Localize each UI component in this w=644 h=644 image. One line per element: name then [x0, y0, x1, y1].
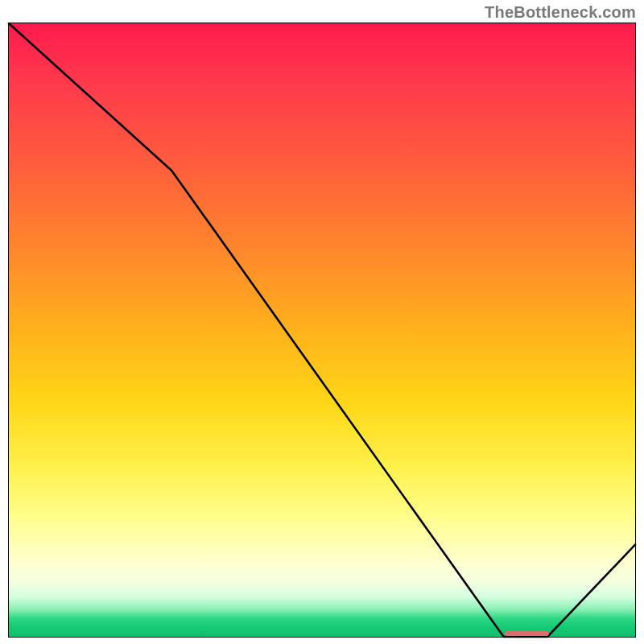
chart-area — [8, 23, 636, 638]
chart-svg — [9, 23, 635, 637]
attribution-text: TheBottleneck.com — [485, 3, 636, 22]
bottleneck-curve-line — [9, 23, 635, 637]
optimal-range-marker — [505, 631, 549, 636]
